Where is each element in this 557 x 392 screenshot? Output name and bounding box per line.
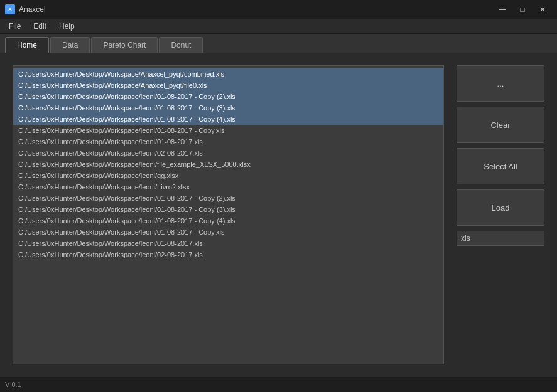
title-text: Anaxcel <box>19 5 46 14</box>
file-item[interactable]: C:/Users/0xHunter/Desktop/Workspace/leon… <box>13 147 443 159</box>
filter-input[interactable] <box>457 231 544 246</box>
title-controls: — □ ✕ <box>493 3 552 16</box>
title-left: A Anaxcel <box>5 4 46 14</box>
version-text: V 0.1 <box>5 381 21 388</box>
status-bar: V 0.1 <box>0 377 557 392</box>
file-list-panel[interactable]: C:/Users/0xHunter/Desktop/Workspace/Anax… <box>13 65 444 364</box>
menu-item-file[interactable]: File <box>3 19 27 33</box>
file-item[interactable]: C:/Users/0xHunter/Desktop/Workspace/leon… <box>13 170 443 181</box>
file-item[interactable]: C:/Users/0xHunter/Desktop/Workspace/leon… <box>13 159 443 170</box>
tab-home[interactable]: Home <box>5 37 49 53</box>
menu-bar: FileEditHelp <box>0 19 557 34</box>
load-button[interactable]: Load <box>457 189 544 226</box>
tab-bar: HomeDataPareto ChartDonut <box>0 34 557 53</box>
file-item[interactable]: C:/Users/0xHunter/Desktop/Workspace/leon… <box>13 102 443 114</box>
file-item[interactable]: C:/Users/0xHunter/Desktop/Workspace/leon… <box>13 238 443 249</box>
tab-pareto-chart[interactable]: Pareto Chart <box>91 37 158 53</box>
tab-data[interactable]: Data <box>50 37 90 53</box>
select-all-button[interactable]: Select All <box>457 148 544 184</box>
browse-button[interactable]: ... <box>457 65 544 102</box>
right-panel: ... Clear Select All Load <box>457 65 544 364</box>
file-item[interactable]: C:/Users/0xHunter/Desktop/Workspace/leon… <box>13 204 443 215</box>
app-icon: A <box>5 4 15 14</box>
file-item[interactable]: C:/Users/0xHunter/Desktop/Workspace/leon… <box>13 226 443 238</box>
file-item[interactable]: C:/Users/0xHunter/Desktop/Workspace/Anax… <box>13 80 443 91</box>
clear-button[interactable]: Clear <box>457 107 544 143</box>
file-item[interactable]: C:/Users/0xHunter/Desktop/Workspace/leon… <box>13 181 443 193</box>
main-content: C:/Users/0xHunter/Desktop/Workspace/Anax… <box>0 53 557 377</box>
menu-item-help[interactable]: Help <box>53 19 81 33</box>
file-item[interactable]: C:/Users/0xHunter/Desktop/Workspace/leon… <box>13 136 443 147</box>
title-bar: A Anaxcel — □ ✕ <box>0 0 557 19</box>
file-item[interactable]: C:/Users/0xHunter/Desktop/Workspace/leon… <box>13 193 443 204</box>
tab-donut[interactable]: Donut <box>159 37 203 53</box>
app-icon-letter: A <box>8 6 13 13</box>
file-item[interactable]: C:/Users/0xHunter/Desktop/Workspace/leon… <box>13 91 443 102</box>
maximize-button[interactable]: □ <box>513 3 532 16</box>
file-item[interactable]: C:/Users/0xHunter/Desktop/Workspace/leon… <box>13 125 443 136</box>
file-item[interactable]: C:/Users/0xHunter/Desktop/Workspace/leon… <box>13 215 443 226</box>
close-button[interactable]: ✕ <box>533 3 552 16</box>
file-item[interactable]: C:/Users/0xHunter/Desktop/Workspace/leon… <box>13 249 443 260</box>
file-item[interactable]: C:/Users/0xHunter/Desktop/Workspace/Anax… <box>13 68 443 80</box>
menu-item-edit[interactable]: Edit <box>27 19 53 33</box>
minimize-button[interactable]: — <box>493 3 512 16</box>
file-item[interactable]: C:/Users/0xHunter/Desktop/Workspace/leon… <box>13 114 443 125</box>
